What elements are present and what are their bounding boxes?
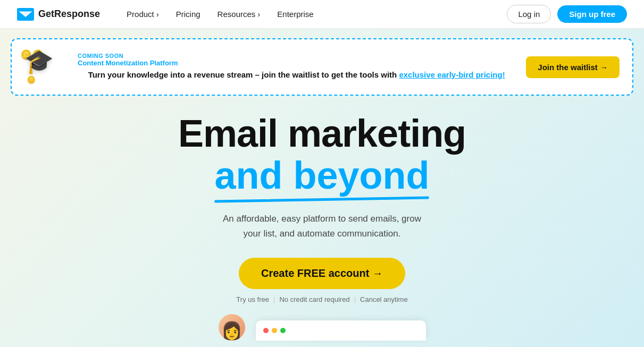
banner-text: COMING SOON Content Monetization Platfor… <box>78 53 515 81</box>
nav-enterprise[interactable]: Enterprise <box>270 5 321 23</box>
promo-banner: 🪙🪙 🎓 🪙 COMING SOON Content Monetization … <box>11 38 633 96</box>
navbar: GetResponse Product › Pricing Resources … <box>0 0 644 29</box>
hero-section: Email marketing and beyond An affordable… <box>0 96 644 303</box>
hero-title-line1: Email marketing <box>178 113 466 155</box>
hero-description: An affordable, easy platform to send ema… <box>216 211 429 240</box>
nav-resources[interactable]: Resources › <box>210 5 268 23</box>
logo-text: GetResponse <box>38 9 100 20</box>
person-icon: 👩 <box>221 320 242 341</box>
cta-sub2: No credit card required <box>279 295 349 303</box>
graduation-hat-icon: 🎓 <box>24 48 67 75</box>
chevron-icon-2: › <box>257 10 260 19</box>
cta-sub1: Try us free <box>236 295 269 303</box>
signup-button[interactable]: Sign up free <box>557 5 627 23</box>
nav-pricing[interactable]: Pricing <box>169 5 208 23</box>
nav-product[interactable]: Product › <box>119 5 166 23</box>
banner-image: 🪙🪙 🎓 🪙 <box>24 48 67 86</box>
nav-links: Product › Pricing Resources › Enterprise <box>119 5 507 23</box>
early-bird-link[interactable]: exclusive early-bird pricing! <box>399 70 505 79</box>
cta-sub3: Cancel anytime <box>360 295 408 303</box>
divider-1: | <box>273 295 275 303</box>
platform-name: Content Monetization Platform <box>78 59 515 67</box>
divider-2: | <box>354 295 356 303</box>
cta-button[interactable]: Create FREE account → <box>239 258 405 289</box>
chevron-icon: › <box>156 10 159 19</box>
cta-subtext: Try us free | No credit card required | … <box>236 295 407 303</box>
logo-icon <box>17 8 34 21</box>
preview-card <box>256 320 426 341</box>
bottom-preview: 👩 <box>0 314 644 341</box>
hero-title-line2: and beyond <box>214 155 429 197</box>
coming-soon-label: COMING SOON <box>78 53 515 59</box>
waitlist-button[interactable]: Join the waitlist → <box>526 56 620 78</box>
dot-green <box>280 328 286 333</box>
logo[interactable]: GetResponse <box>17 8 100 21</box>
nav-actions: Log in Sign up free <box>507 5 627 23</box>
avatar: 👩 <box>219 314 245 341</box>
banner-main-text: Turn your knowledge into a revenue strea… <box>78 69 515 81</box>
dot-yellow <box>272 328 277 333</box>
dot-red <box>263 328 269 333</box>
login-button[interactable]: Log in <box>507 5 551 23</box>
coins-icon-2: 🪙 <box>27 75 36 84</box>
